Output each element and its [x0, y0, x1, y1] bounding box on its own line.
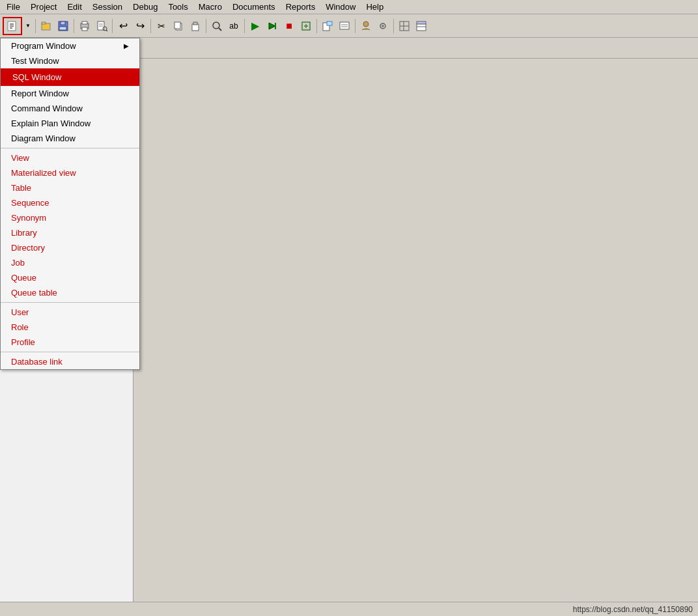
menu-test-window[interactable]: Test Window [1, 53, 139, 68]
open-btn[interactable] [38, 18, 54, 34]
menu-diagram-window[interactable]: Diagram Window [1, 131, 139, 146]
svg-point-21 [213, 22, 219, 29]
sessions-icon [360, 20, 372, 32]
menu-item-label: Explain Plan Window [11, 119, 91, 128]
redo-btn[interactable]: ↪ [132, 18, 148, 34]
menu-item-label: Diagram Window [11, 133, 76, 143]
menu-edit[interactable]: Edit [62, 1, 87, 13]
separator-2 [1, 302, 139, 303]
svg-line-22 [219, 28, 221, 31]
menu-view[interactable]: View [1, 150, 139, 165]
menu-item-label: Test Window [11, 56, 59, 66]
svg-rect-30 [340, 22, 349, 29]
menu-sql-window[interactable]: SQL Window [1, 68, 139, 86]
print-preview-btn[interactable] [94, 18, 109, 34]
explain-btn[interactable] [320, 18, 335, 34]
menu-item-label: Synonym [11, 213, 46, 223]
menu-table[interactable]: Table [1, 180, 139, 195]
menu-synonym[interactable]: Synonym [1, 210, 139, 225]
separator-3 [1, 352, 139, 352]
menu-item-label: Profile [11, 337, 35, 347]
menu-role[interactable]: Role [1, 320, 139, 335]
save-icon [57, 20, 69, 32]
menu-library[interactable]: Library [1, 225, 139, 240]
menu-debug[interactable]: Debug [128, 1, 163, 13]
preferences-btn[interactable] [375, 18, 391, 34]
stop-btn[interactable]: ■ [281, 18, 297, 34]
paste-icon [190, 21, 201, 31]
menu-program-window[interactable]: Program Window ▶ [1, 38, 139, 53]
find-btn[interactable] [209, 18, 225, 34]
menu-item-label: Materialized view [11, 168, 76, 178]
menu-session[interactable]: Session [87, 1, 128, 13]
undo-btn[interactable]: ↩ [115, 18, 131, 34]
menu-tools[interactable]: Tools [163, 1, 193, 13]
svg-line-16 [106, 30, 107, 31]
open-icon [40, 20, 52, 32]
run-btn[interactable]: ▶ [247, 18, 263, 34]
menu-window[interactable]: Window [320, 1, 361, 13]
menu-documents[interactable]: Documents [227, 1, 281, 13]
grid-icon [398, 20, 410, 32]
svg-marker-23 [269, 23, 275, 29]
menu-macro[interactable]: Macro [193, 1, 227, 13]
menubar: File Project Edit Session Debug Tools Ma… [0, 0, 698, 14]
menu-user[interactable]: User [1, 305, 139, 320]
content-area [133, 59, 698, 616]
replace-btn[interactable]: ab [226, 18, 242, 34]
separator-9 [393, 19, 394, 33]
menu-explain-plan-window[interactable]: Explain Plan Window [1, 116, 139, 131]
sessions-btn[interactable] [358, 18, 374, 34]
menu-job[interactable]: Job [1, 255, 139, 270]
svg-rect-29 [327, 21, 332, 25]
compile-btn[interactable] [298, 18, 314, 34]
grid-btn[interactable] [397, 18, 412, 34]
run2-icon [267, 21, 277, 31]
table-btn[interactable] [413, 18, 429, 34]
menu-item-label: Directory [11, 243, 45, 253]
new-icon [7, 20, 18, 32]
menu-queue-table[interactable]: Queue table [1, 285, 139, 300]
dropdown-arrow-btn[interactable]: ▼ [23, 18, 33, 34]
new-button[interactable] [3, 17, 22, 35]
svg-rect-10 [82, 21, 87, 24]
separator-1 [35, 19, 36, 33]
menu-report-window[interactable]: Report Window [1, 86, 139, 101]
find-icon [212, 21, 222, 31]
cut-btn[interactable]: ✂ [154, 18, 169, 34]
paste-btn[interactable] [188, 18, 203, 34]
menu-directory[interactable]: Directory [1, 240, 139, 255]
menu-help[interactable]: Help [361, 1, 389, 13]
preferences-icon [377, 20, 389, 32]
menu-materialized-view[interactable]: Materialized view [1, 165, 139, 180]
menu-queue[interactable]: Queue [1, 270, 139, 285]
menu-database-link[interactable]: Database link [1, 354, 139, 369]
svg-rect-20 [193, 22, 197, 25]
copy-icon [173, 21, 184, 31]
menu-project[interactable]: Project [25, 1, 62, 13]
describe-btn[interactable] [337, 18, 352, 34]
menu-command-window[interactable]: Command Window [1, 101, 139, 116]
menu-item-label: Role [11, 322, 29, 332]
separator-4 [150, 19, 151, 33]
save-btn[interactable] [55, 18, 71, 34]
dropdown-menu: Program Window ▶ Test Window SQL Window … [0, 38, 140, 370]
menu-profile[interactable]: Profile [1, 335, 139, 350]
explain-icon [322, 20, 333, 32]
menu-reports[interactable]: Reports [281, 1, 321, 13]
separator-8 [355, 19, 356, 33]
print-btn[interactable] [77, 18, 92, 34]
separator-2 [74, 19, 74, 33]
menu-sequence[interactable]: Sequence [1, 195, 139, 210]
print-preview-icon [96, 20, 107, 32]
run2-btn[interactable] [264, 18, 280, 34]
menu-item-label: Job [11, 258, 25, 268]
print-icon [79, 20, 91, 32]
menu-item-label: Database link [11, 357, 63, 367]
svg-point-33 [363, 21, 369, 27]
menu-item-label: Table [11, 183, 31, 193]
copy-btn[interactable] [171, 18, 186, 34]
table-icon [415, 20, 427, 32]
menu-file[interactable]: File [1, 1, 25, 13]
svg-rect-11 [82, 27, 87, 31]
